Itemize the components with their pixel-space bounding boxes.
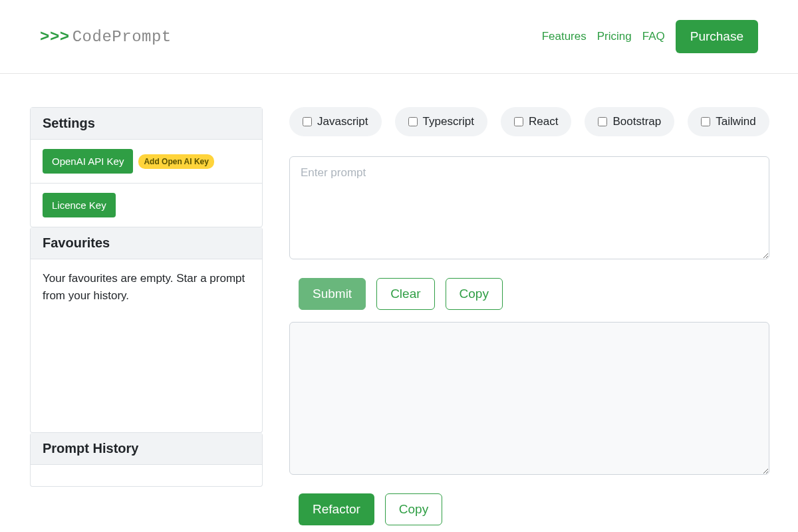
openai-api-key-button[interactable]: OpenAI API Key bbox=[43, 149, 133, 174]
favourites-title: Favourites bbox=[31, 227, 262, 259]
chip-javascript-label: Javascript bbox=[317, 115, 368, 128]
main-area: Javascript Typescript React Bootstrap Ta… bbox=[289, 107, 769, 532]
submit-button[interactable]: Submit bbox=[299, 278, 366, 310]
settings-title: Settings bbox=[31, 108, 262, 140]
history-panel: Prompt History bbox=[30, 433, 263, 487]
main-container: Settings OpenAI API Key Add Open AI Key … bbox=[0, 74, 798, 532]
logo-text: CodePrompt bbox=[72, 28, 172, 46]
favourites-empty-text: Your favourites are empty. Star a prompt… bbox=[43, 270, 250, 304]
chip-bootstrap[interactable]: Bootstrap bbox=[585, 107, 674, 136]
settings-row-licence: Licence Key bbox=[31, 184, 262, 227]
chip-react-checkbox[interactable] bbox=[514, 117, 523, 126]
licence-key-button[interactable]: Licence Key bbox=[43, 193, 116, 217]
chip-javascript-checkbox[interactable] bbox=[303, 117, 312, 126]
chip-typescript-label: Typescript bbox=[423, 115, 474, 128]
openai-badge: Add Open AI Key bbox=[138, 154, 214, 169]
logo[interactable]: >>> CodePrompt bbox=[40, 28, 172, 46]
sidebar: Settings OpenAI API Key Add Open AI Key … bbox=[30, 107, 263, 532]
chip-react-label: React bbox=[529, 115, 558, 128]
logo-chevrons-icon: >>> bbox=[40, 28, 70, 46]
settings-row-openai: OpenAI API Key Add Open AI Key bbox=[31, 140, 262, 184]
history-body bbox=[31, 465, 262, 486]
copy-output-button[interactable]: Copy bbox=[385, 493, 442, 525]
chip-react[interactable]: React bbox=[501, 107, 571, 136]
refactor-button[interactable]: Refactor bbox=[299, 493, 374, 525]
chip-typescript-checkbox[interactable] bbox=[408, 117, 418, 126]
settings-panel: Settings OpenAI API Key Add Open AI Key … bbox=[30, 107, 263, 227]
nav-pricing[interactable]: Pricing bbox=[597, 30, 632, 43]
chip-tailwind-label: Tailwind bbox=[716, 115, 755, 128]
chip-tailwind-checkbox[interactable] bbox=[701, 117, 710, 126]
chip-bootstrap-label: Bootstrap bbox=[612, 115, 661, 128]
prompt-actions: Submit Clear Copy bbox=[289, 278, 769, 310]
header: >>> CodePrompt Features Pricing FAQ Purc… bbox=[0, 0, 798, 74]
language-chips: Javascript Typescript React Bootstrap Ta… bbox=[289, 107, 769, 136]
nav: Features Pricing FAQ Purchase bbox=[542, 20, 758, 53]
clear-button[interactable]: Clear bbox=[376, 278, 434, 310]
chip-bootstrap-checkbox[interactable] bbox=[598, 117, 607, 126]
purchase-button[interactable]: Purchase bbox=[676, 20, 758, 53]
favourites-body: Your favourites are empty. Star a prompt… bbox=[31, 259, 262, 432]
output-actions: Refactor Copy bbox=[289, 493, 769, 525]
nav-faq[interactable]: FAQ bbox=[642, 30, 665, 43]
nav-features[interactable]: Features bbox=[542, 30, 587, 43]
prompt-input[interactable] bbox=[289, 156, 769, 259]
chip-tailwind[interactable]: Tailwind bbox=[688, 107, 769, 136]
history-title: Prompt History bbox=[31, 433, 262, 465]
output-area[interactable] bbox=[289, 322, 769, 475]
favourites-panel: Favourites Your favourites are empty. St… bbox=[30, 227, 263, 433]
chip-javascript[interactable]: Javascript bbox=[289, 107, 382, 136]
copy-prompt-button[interactable]: Copy bbox=[446, 278, 503, 310]
chip-typescript[interactable]: Typescript bbox=[395, 107, 487, 136]
